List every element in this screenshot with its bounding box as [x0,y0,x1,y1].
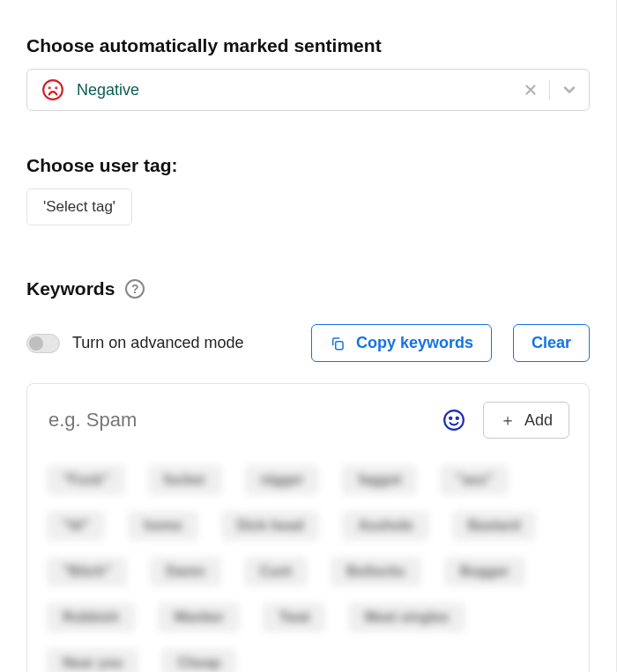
keyword-chip[interactable]: "Bitch" [47,557,127,587]
svg-point-5 [450,417,451,419]
divider [549,80,550,100]
keyword-chip[interactable]: Asshole [342,511,428,541]
open-sentiment-dropdown[interactable] [559,79,580,100]
keyword-chip[interactable]: Bastard [452,511,537,541]
x-icon [523,82,539,98]
user-tag-select[interactable]: 'Select tag' [26,188,132,225]
sentiment-controls [521,79,580,100]
sad-face-icon [41,78,64,101]
keyword-input[interactable] [47,408,425,432]
keywords-header: Keywords ? [26,278,590,299]
keyword-chip[interactable]: homo [128,511,198,541]
svg-point-1 [49,87,50,88]
keyword-chip[interactable]: faggot [342,465,417,495]
keyword-chip[interactable]: Bugger [444,557,525,587]
settings-panel: Choose automatically marked sentiment Ne… [0,0,617,672]
keyword-chip[interactable]: Dick head [221,511,320,541]
sentiment-value: Negative [77,81,509,100]
keyword-chip[interactable]: "tit" [47,511,105,541]
advanced-mode-label: Turn on advanced mode [72,334,243,352]
keywords-panel: ＋ Add "Fuck"fuckerniggerfaggot"ass""tit"… [26,383,590,672]
keywords-actions: Turn on advanced mode Copy keywords Clea… [26,324,590,362]
smile-icon [442,409,465,432]
keyword-chip[interactable]: Meet singles [348,602,465,632]
advanced-mode-toggle-wrap: Turn on advanced mode [26,334,290,353]
copy-keywords-button[interactable]: Copy keywords [311,324,492,362]
clear-sentiment-button[interactable] [521,80,540,100]
keyword-chip[interactable]: "Fuck" [47,465,125,495]
advanced-mode-toggle[interactable] [26,334,60,353]
keyword-chip[interactable]: Rubbish [47,602,135,632]
svg-point-2 [56,87,56,88]
help-icon[interactable]: ? [125,279,145,299]
svg-point-4 [444,410,464,430]
keyword-chips: "Fuck"fuckerniggerfaggot"ass""tit"homoDi… [47,465,569,672]
sentiment-label: Choose automatically marked sentiment [26,35,590,56]
keyword-chip[interactable]: Cunt [244,557,308,587]
plus-icon: ＋ [500,410,516,431]
emoji-picker-button[interactable] [441,407,467,433]
keyword-chip[interactable]: "ass" [440,465,509,495]
usertag-label: Choose user tag: [26,155,590,176]
keyword-input-row: ＋ Add [47,402,569,439]
keyword-chip[interactable]: Cheap [161,648,236,672]
keyword-chip[interactable]: Near you [47,648,138,672]
clear-keywords-label: Clear [532,334,571,352]
sentiment-select[interactable]: Negative [26,69,590,111]
clear-keywords-button[interactable]: Clear [513,324,590,362]
keywords-label: Keywords [26,278,115,299]
add-keyword-button[interactable]: ＋ Add [483,402,569,439]
keyword-chip[interactable]: Twat [263,602,325,632]
keyword-chip[interactable]: Damn [150,557,220,587]
keyword-chip[interactable]: nigger [245,465,320,495]
keyword-chip[interactable]: Wanker [158,602,240,632]
copy-keywords-label: Copy keywords [356,334,473,352]
svg-point-6 [457,417,458,419]
svg-rect-3 [336,341,343,349]
chevron-down-icon [561,81,578,99]
add-keyword-label: Add [524,411,553,430]
user-tag-select-text: 'Select tag' [43,198,115,215]
keyword-chip[interactable]: fucker [148,465,222,495]
svg-point-0 [43,80,63,100]
copy-icon [330,336,346,351]
keyword-chip[interactable]: Bollocks [331,557,421,587]
